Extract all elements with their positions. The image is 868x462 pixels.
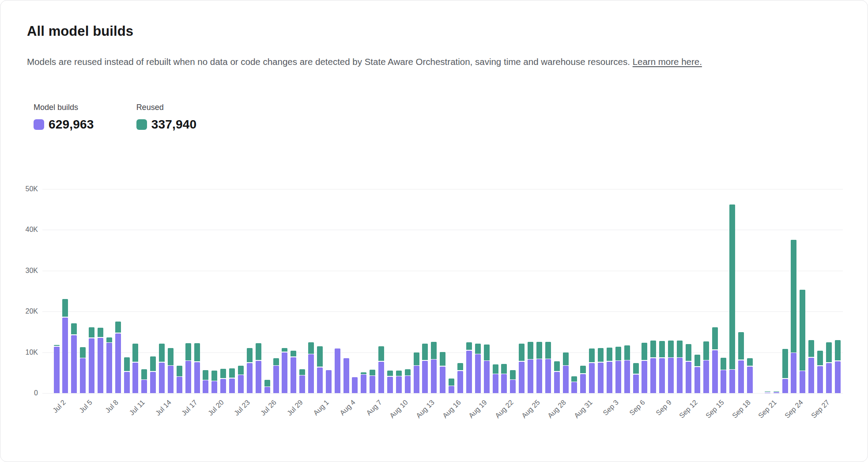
- bar-builds-Sep-9[interactable]: [659, 358, 665, 393]
- bar-builds-Jul-18[interactable]: [194, 362, 200, 393]
- bar-builds-Sep-29[interactable]: [835, 361, 841, 393]
- bar-builds-Sep-26[interactable]: [808, 358, 814, 393]
- bar-reused-Sep-8[interactable]: [650, 341, 656, 357]
- bar-reused-Aug-9[interactable]: [387, 371, 393, 376]
- bar-builds-Aug-18[interactable]: [466, 351, 472, 393]
- bar-reused-Jul-19[interactable]: [203, 370, 208, 380]
- bar-builds-Jul-16[interactable]: [177, 377, 182, 393]
- bar-reused-Sep-26[interactable]: [808, 340, 814, 357]
- bar-builds-Jul-30[interactable]: [299, 375, 305, 393]
- bar-builds-Aug-28[interactable]: [554, 372, 560, 393]
- bar-builds-Jul-20[interactable]: [211, 381, 217, 393]
- bar-builds-Jul-31[interactable]: [308, 354, 314, 393]
- bar-builds-Jul-3[interactable]: [62, 318, 68, 393]
- bar-builds-Jul-13[interactable]: [150, 372, 156, 393]
- bar-builds-Aug-12[interactable]: [414, 366, 419, 393]
- bar-builds-Sep-3[interactable]: [607, 362, 612, 393]
- bar-reused-Aug-31[interactable]: [580, 366, 586, 373]
- bar-builds-Aug-16[interactable]: [449, 386, 454, 393]
- bar-builds-Jul-28[interactable]: [282, 352, 287, 394]
- bar-reused-Aug-22[interactable]: [501, 364, 507, 374]
- bar-builds-Aug-4[interactable]: [343, 358, 349, 393]
- bar-builds-Aug-19[interactable]: [475, 354, 481, 393]
- bar-builds-Sep-22[interactable]: [774, 392, 779, 393]
- bar-builds-Jul-19[interactable]: [203, 380, 208, 393]
- bar-reused-Aug-25[interactable]: [528, 342, 533, 359]
- bar-reused-Sep-19[interactable]: [747, 358, 753, 366]
- bar-builds-Jul-24[interactable]: [247, 363, 253, 393]
- bar-reused-Aug-27[interactable]: [545, 342, 551, 359]
- bar-builds-Aug-22[interactable]: [501, 374, 507, 393]
- bar-builds-Jul-25[interactable]: [256, 361, 261, 393]
- bar-builds-Aug-20[interactable]: [484, 361, 490, 393]
- bar-reused-Sep-16[interactable]: [721, 358, 726, 369]
- bar-builds-Sep-4[interactable]: [615, 361, 621, 393]
- bar-reused-Aug-1[interactable]: [317, 346, 323, 367]
- bar-reused-Jul-9[interactable]: [115, 322, 121, 333]
- bar-reused-Sep-22[interactable]: [774, 391, 779, 392]
- bar-reused-Jul-6[interactable]: [89, 327, 94, 338]
- bar-builds-Sep-19[interactable]: [747, 367, 753, 393]
- bar-builds-Aug-15[interactable]: [440, 367, 445, 393]
- bar-reused-Sep-15[interactable]: [712, 327, 718, 349]
- bar-builds-Sep-13[interactable]: [694, 367, 700, 393]
- bar-builds-Aug-9[interactable]: [387, 377, 393, 393]
- bar-reused-Aug-15[interactable]: [440, 352, 445, 366]
- bar-builds-Aug-29[interactable]: [563, 366, 569, 393]
- bar-reused-Sep-5[interactable]: [624, 345, 630, 360]
- bar-builds-Jul-10[interactable]: [124, 372, 130, 393]
- bar-builds-Jul-6[interactable]: [89, 338, 94, 393]
- bar-builds-Aug-13[interactable]: [422, 361, 428, 393]
- bar-builds-Aug-17[interactable]: [457, 371, 463, 393]
- bar-reused-Jul-15[interactable]: [168, 348, 174, 365]
- bar-reused-Jul-11[interactable]: [132, 344, 138, 362]
- bar-builds-Jul-14[interactable]: [159, 363, 165, 393]
- bar-builds-Jul-26[interactable]: [264, 387, 270, 393]
- bar-reused-Jul-24[interactable]: [247, 348, 253, 362]
- bar-builds-Sep-14[interactable]: [703, 360, 709, 393]
- bar-reused-Sep-14[interactable]: [703, 341, 709, 360]
- bar-reused-Aug-28[interactable]: [554, 361, 560, 371]
- bar-builds-Aug-3[interactable]: [335, 348, 340, 393]
- bar-reused-Sep-13[interactable]: [694, 355, 700, 366]
- bar-builds-Aug-10[interactable]: [396, 376, 402, 393]
- bar-reused-Sep-17[interactable]: [729, 204, 735, 369]
- bar-reused-Jul-12[interactable]: [141, 369, 147, 379]
- bar-builds-Aug-1[interactable]: [317, 367, 323, 393]
- bar-reused-Aug-10[interactable]: [396, 371, 402, 376]
- bar-reused-Jul-2[interactable]: [54, 345, 60, 346]
- bar-builds-Aug-2[interactable]: [326, 370, 332, 393]
- bar-reused-Jul-29[interactable]: [291, 351, 296, 356]
- bar-reused-Jul-10[interactable]: [124, 357, 130, 371]
- bar-builds-Sep-16[interactable]: [721, 370, 726, 393]
- bar-reused-Jul-26[interactable]: [264, 380, 270, 386]
- bar-builds-Sep-15[interactable]: [712, 350, 718, 393]
- bar-builds-Jul-12[interactable]: [141, 380, 147, 393]
- bar-reused-Jul-8[interactable]: [106, 337, 112, 342]
- bar-reused-Aug-13[interactable]: [422, 344, 428, 360]
- bar-reused-Jul-5[interactable]: [80, 347, 86, 358]
- bar-reused-Aug-11[interactable]: [405, 369, 411, 375]
- bar-reused-Aug-16[interactable]: [449, 379, 454, 386]
- bar-builds-Sep-10[interactable]: [668, 358, 674, 393]
- bar-builds-Aug-23[interactable]: [510, 380, 516, 393]
- bar-builds-Sep-7[interactable]: [642, 361, 647, 393]
- bar-reused-Jul-25[interactable]: [256, 343, 261, 360]
- bar-reused-Sep-11[interactable]: [677, 341, 683, 357]
- bar-builds-Aug-5[interactable]: [352, 377, 358, 393]
- bar-reused-Sep-21[interactable]: [765, 391, 770, 392]
- bar-reused-Aug-30[interactable]: [571, 376, 577, 382]
- bar-reused-Aug-6[interactable]: [361, 372, 366, 374]
- bar-builds-Aug-6[interactable]: [361, 375, 366, 393]
- bar-reused-Jul-14[interactable]: [159, 344, 165, 362]
- bar-builds-Aug-27[interactable]: [545, 359, 551, 393]
- bar-reused-Jul-31[interactable]: [308, 342, 314, 353]
- bar-reused-Jul-13[interactable]: [150, 356, 156, 371]
- bar-reused-Aug-19[interactable]: [475, 344, 481, 354]
- bar-builds-Jul-23[interactable]: [238, 375, 244, 393]
- bar-builds-Jul-8[interactable]: [106, 343, 112, 393]
- bar-builds-Sep-28[interactable]: [826, 363, 832, 393]
- bar-reused-Aug-14[interactable]: [431, 342, 437, 359]
- bar-reused-Sep-6[interactable]: [633, 363, 639, 374]
- bar-reused-Aug-21[interactable]: [493, 364, 498, 374]
